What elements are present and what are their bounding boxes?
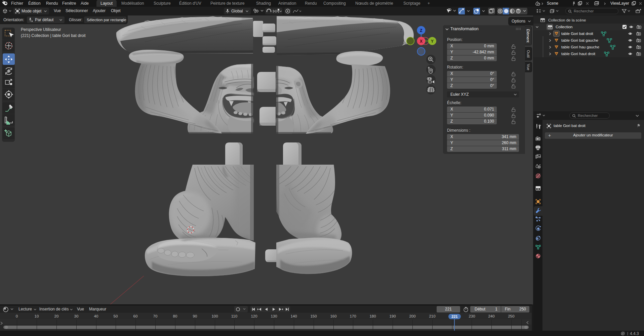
svg-text:Y: Y (431, 39, 434, 44)
svg-text:X: X (420, 39, 422, 44)
svg-text:Z: Z (420, 28, 422, 33)
svg-text:221: 221 (451, 314, 457, 319)
